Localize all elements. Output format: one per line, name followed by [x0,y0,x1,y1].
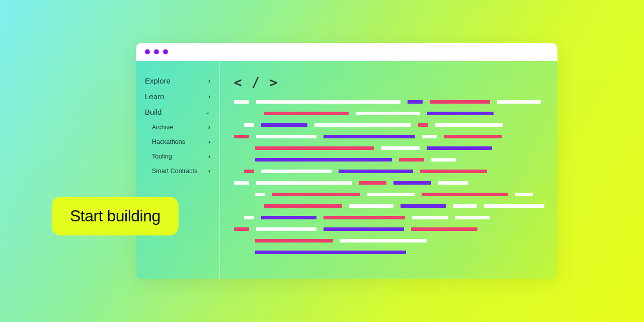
sidebar-item-build[interactable]: Build ⌄ [136,104,219,120]
window-titlebar [136,43,557,61]
window-control-dot[interactable] [154,49,159,54]
chevron-right-icon: › [208,123,210,131]
app-window: Explore › Learn › Build ⌄ Archive › Hack… [136,43,557,279]
chevron-down-icon: ⌄ [205,108,210,116]
sidebar-item-label: Smart Contracts [152,168,197,175]
code-icon: < / > [234,75,557,90]
cta-label: Start building [70,207,160,225]
sidebar-subitem-tooling[interactable]: Tooling › [136,149,219,164]
window-control-dot[interactable] [145,49,150,54]
chevron-right-icon: › [208,77,210,85]
sidebar-item-label: Build [145,108,162,116]
chevron-right-icon: › [208,152,210,160]
sidebar-subitem-hackathons[interactable]: Hackathons › [136,134,219,149]
sidebar-subitem-archive[interactable]: Archive › [136,120,219,134]
window-body: Explore › Learn › Build ⌄ Archive › Hack… [136,61,557,279]
sidebar-item-label: Archive [152,124,173,131]
start-building-button[interactable]: Start building [52,197,179,235]
chevron-right-icon: › [208,167,210,175]
code-mock [234,100,557,254]
sidebar: Explore › Learn › Build ⌄ Archive › Hack… [136,61,220,279]
sidebar-item-learn[interactable]: Learn › [136,89,219,104]
sidebar-item-label: Hackathons [152,138,185,145]
sidebar-item-label: Learn [145,92,164,101]
content-pane: < / > [220,61,557,279]
sidebar-item-label: Tooling [152,153,172,160]
window-control-dot[interactable] [163,49,168,54]
sidebar-item-label: Explore [145,76,171,85]
sidebar-subitem-smart-contracts[interactable]: Smart Contracts › [136,164,219,178]
chevron-right-icon: › [208,93,210,100]
chevron-right-icon: › [208,138,210,145]
sidebar-item-explore[interactable]: Explore › [136,73,219,89]
